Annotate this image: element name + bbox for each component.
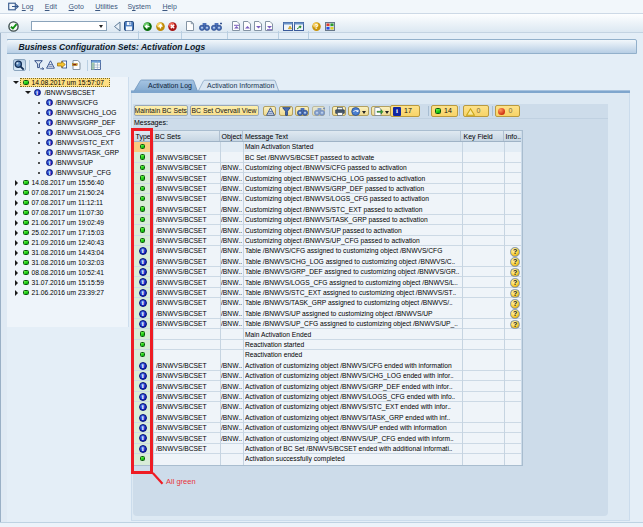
svg-text:Activation Information: Activation Information — [207, 82, 274, 89]
svg-text:?: ? — [315, 22, 319, 29]
svg-text:Activation Log: Activation Log — [148, 82, 192, 90]
